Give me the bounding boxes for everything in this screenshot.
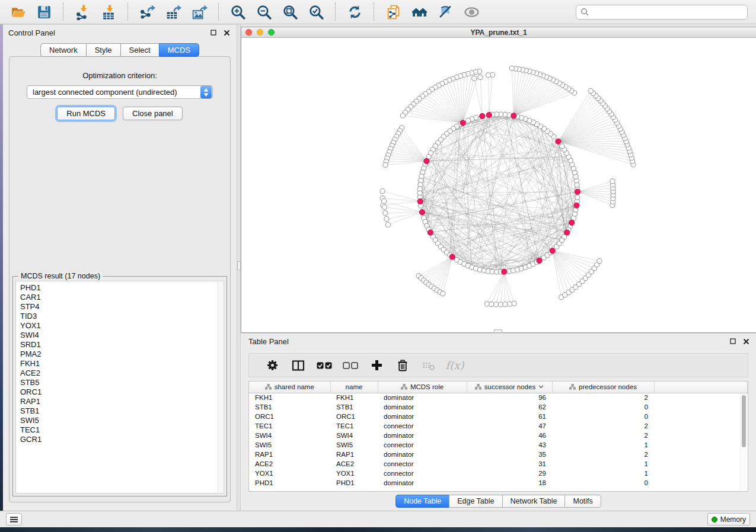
table-cell[interactable]: SWI4 — [249, 431, 330, 440]
table-cell[interactable] — [654, 478, 748, 488]
open-session-button[interactable] — [6, 2, 30, 22]
task-history-button[interactable] — [6, 513, 22, 525]
column-header-mcds-role[interactable]: MCDS role — [378, 382, 467, 393]
table-cell[interactable]: connector — [378, 421, 467, 431]
deselect-all-button[interactable] — [337, 355, 363, 376]
table-row[interactable]: SWI5SWI5connector431 — [249, 440, 748, 450]
mcds-list-item[interactable]: STB1 — [16, 406, 224, 416]
table-cell[interactable]: ACE2 — [249, 459, 330, 469]
import-network-button[interactable] — [71, 2, 94, 22]
table-cell[interactable]: 35 — [467, 450, 552, 459]
tab-network-table[interactable]: Network Table — [502, 495, 565, 508]
table-cell[interactable]: YOX1 — [249, 469, 330, 478]
search-box[interactable] — [576, 5, 748, 20]
mcds-list-item[interactable]: TID3 — [16, 312, 224, 321]
table-cell[interactable]: dominator — [378, 431, 467, 440]
mcds-list-item[interactable]: SWI5 — [16, 416, 224, 425]
table-cell[interactable]: 2 — [552, 431, 654, 440]
table-cell[interactable] — [654, 421, 748, 431]
criterion-select[interactable]: largest connected component (undirected) — [27, 85, 213, 99]
mcds-result-list[interactable]: PHD1CAR1STP4TID3YOX1SWI4SRD1PMA2FKH1ACE2… — [15, 281, 224, 493]
tab-edge-table[interactable]: Edge Table — [449, 495, 502, 508]
float-table-panel-icon[interactable] — [728, 336, 738, 346]
table-cell[interactable] — [654, 412, 748, 421]
table-row[interactable]: PHD1PHD1dominator180 — [249, 478, 748, 488]
column-header-shared-name[interactable]: shared name — [249, 382, 330, 393]
table-cell[interactable]: PHD1 — [249, 478, 330, 488]
table-cell[interactable]: 1 — [552, 459, 654, 469]
mcds-list-item[interactable]: TEC1 — [16, 425, 224, 435]
table-cell[interactable]: TEC1 — [330, 421, 378, 431]
table-row[interactable]: YOX1YOX1connector291 — [249, 469, 748, 478]
mcds-list-item[interactable]: SWI4 — [16, 331, 224, 340]
table-cell[interactable] — [654, 431, 748, 440]
table-cell[interactable]: ORC1 — [330, 412, 378, 421]
table-cell[interactable]: STB1 — [249, 402, 330, 412]
table-cell[interactable]: 46 — [467, 431, 552, 440]
table-cell[interactable] — [654, 469, 748, 478]
zoom-fit-button[interactable] — [278, 2, 302, 22]
export-image-button[interactable] — [187, 2, 211, 22]
column-header-predecessor-nodes[interactable]: predecessor nodes — [552, 382, 654, 393]
table-cell[interactable]: dominator — [378, 393, 467, 402]
delete-column-button[interactable] — [390, 355, 416, 376]
table-cell[interactable]: FKH1 — [249, 393, 330, 402]
clone-network-button[interactable] — [381, 2, 405, 22]
mcds-list-item[interactable]: PHD1 — [16, 283, 224, 293]
zoom-in-button[interactable] — [226, 2, 250, 22]
vertical-splitter[interactable] — [237, 24, 241, 511]
table-cell[interactable]: dominator — [378, 450, 467, 459]
table-cell[interactable]: 31 — [467, 459, 552, 469]
table-cell[interactable] — [654, 450, 748, 459]
float-panel-icon[interactable] — [209, 28, 218, 37]
mcds-list-item[interactable]: SRD1 — [16, 340, 224, 350]
tab-mcds[interactable]: MCDS — [159, 43, 199, 57]
table-cell[interactable]: 2 — [552, 421, 654, 431]
mcds-list-item[interactable]: YOX1 — [16, 321, 224, 331]
table-cell[interactable]: 62 — [467, 402, 552, 412]
memory-button[interactable]: Memory — [707, 513, 750, 525]
import-table-button[interactable] — [97, 2, 120, 22]
table-cell[interactable]: dominator — [378, 402, 467, 412]
tab-select[interactable]: Select — [120, 43, 159, 57]
table-cell[interactable]: ACE2 — [330, 459, 378, 469]
table-cell[interactable]: 0 — [552, 412, 654, 421]
table-scrollbar-thumb[interactable] — [742, 395, 746, 447]
mcds-list-scrollbar[interactable] — [218, 282, 223, 492]
table-cell[interactable]: 43 — [467, 440, 552, 450]
close-table-panel-icon[interactable] — [741, 336, 751, 346]
table-cell[interactable]: STB1 — [330, 402, 378, 412]
table-cell[interactable]: 47 — [467, 421, 552, 431]
table-cell[interactable]: dominator — [378, 412, 467, 421]
tab-motifs[interactable]: Motifs — [564, 495, 601, 508]
zoom-out-button[interactable] — [252, 2, 276, 22]
table-row[interactable]: RAP1RAP1dominator352 — [249, 450, 748, 459]
table-cell[interactable]: ORC1 — [249, 412, 330, 421]
table-row[interactable]: ORC1ORC1dominator610 — [249, 412, 748, 421]
table-cell[interactable]: RAP1 — [330, 450, 378, 459]
table-cell[interactable]: 2 — [552, 393, 654, 402]
show-eye-button[interactable] — [460, 2, 483, 22]
table-row[interactable]: FKH1FKH1dominator962 — [249, 393, 748, 402]
run-mcds-button[interactable]: Run MCDS — [57, 107, 115, 120]
browse-sites-button[interactable] — [407, 2, 431, 22]
mcds-list-item[interactable]: STB5 — [16, 378, 224, 387]
export-table-button[interactable] — [161, 2, 185, 22]
table-cell[interactable]: PHD1 — [330, 478, 378, 488]
mcds-list-item[interactable]: CAR1 — [16, 293, 224, 302]
mcds-list-item[interactable]: PMA2 — [16, 350, 224, 359]
close-panel-icon[interactable] — [222, 28, 231, 37]
table-row[interactable]: STB1STB1dominator620 — [249, 402, 748, 412]
search-input[interactable] — [592, 8, 743, 16]
table-cell[interactable]: 2 — [552, 450, 654, 459]
mcds-list-item[interactable]: ACE2 — [16, 368, 224, 378]
table-cell[interactable]: dominator — [378, 478, 467, 488]
table-cell[interactable]: 1 — [552, 440, 654, 450]
table-cell[interactable]: 1 — [552, 469, 654, 478]
table-cell[interactable]: 0 — [552, 402, 654, 412]
table-cell[interactable] — [654, 393, 748, 402]
table-cell[interactable]: 96 — [467, 393, 552, 402]
tab-style[interactable]: Style — [86, 43, 120, 57]
table-scrollbar[interactable] — [740, 394, 747, 490]
table-cell[interactable]: 29 — [467, 469, 552, 478]
